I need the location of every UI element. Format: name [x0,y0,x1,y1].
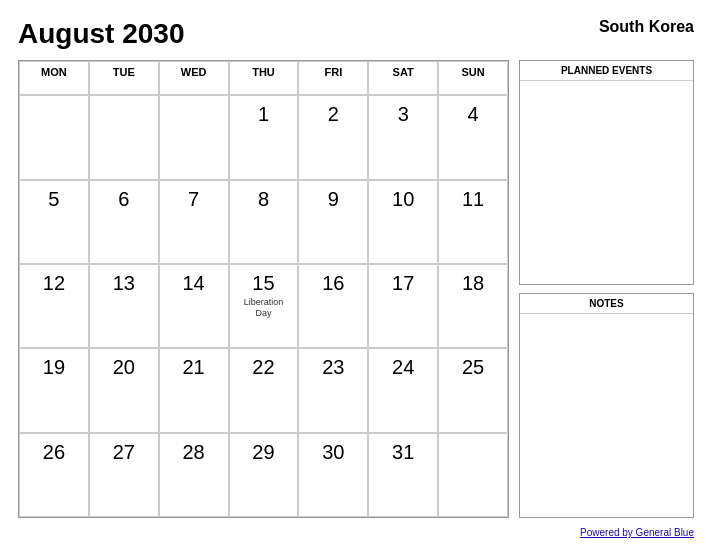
notes-box: NOTES [519,293,694,518]
day-cell: 30 [298,433,368,517]
day-number: 18 [462,271,484,295]
day-cell: 28 [159,433,229,517]
day-cell: 15Liberation Day [229,264,299,348]
day-number: 21 [183,355,205,379]
day-cell: 20 [89,348,159,432]
footer: Powered by General Blue [18,522,694,540]
day-number: 6 [118,187,129,211]
day-number: 31 [392,440,414,464]
day-cell: 26 [19,433,89,517]
day-number: 22 [252,355,274,379]
day-header: FRI [298,61,368,95]
notes-title: NOTES [520,294,693,314]
day-number: 13 [113,271,135,295]
day-cell: 6 [89,180,159,264]
day-cell [19,95,89,179]
day-number: 4 [468,102,479,126]
day-cell [159,95,229,179]
day-number: 20 [113,355,135,379]
day-cell: 9 [298,180,368,264]
day-header: WED [159,61,229,95]
day-cell: 7 [159,180,229,264]
day-cell: 8 [229,180,299,264]
day-cell: 29 [229,433,299,517]
day-number: 15 [252,271,274,295]
day-cell: 24 [368,348,438,432]
day-number: 27 [113,440,135,464]
day-number: 5 [48,187,59,211]
day-cell: 14 [159,264,229,348]
day-number: 30 [322,440,344,464]
day-cell: 22 [229,348,299,432]
notes-content [520,314,693,517]
day-number: 3 [398,102,409,126]
planned-events-box: PLANNED EVENTS [519,60,694,285]
day-cell: 4 [438,95,508,179]
day-number: 28 [183,440,205,464]
day-header: TUE [89,61,159,95]
side-section: PLANNED EVENTS NOTES [519,60,694,518]
day-number: 29 [252,440,274,464]
day-number: 1 [258,102,269,126]
day-cell: 19 [19,348,89,432]
day-cell: 27 [89,433,159,517]
day-number: 19 [43,355,65,379]
day-cell [89,95,159,179]
day-number: 17 [392,271,414,295]
day-cell [438,433,508,517]
day-number: 25 [462,355,484,379]
day-number: 10 [392,187,414,211]
day-cell: 18 [438,264,508,348]
day-event: Liberation Day [238,297,290,319]
day-cell: 10 [368,180,438,264]
day-number: 16 [322,271,344,295]
day-cell: 3 [368,95,438,179]
day-cell: 31 [368,433,438,517]
page-header: August 2030 South Korea [18,18,694,50]
day-cell: 12 [19,264,89,348]
day-header: THU [229,61,299,95]
day-cell: 13 [89,264,159,348]
day-number: 14 [183,271,205,295]
day-number: 24 [392,355,414,379]
planned-events-title: PLANNED EVENTS [520,61,693,81]
day-number: 11 [462,187,484,211]
country-title: South Korea [599,18,694,36]
day-header: MON [19,61,89,95]
planned-events-content [520,81,693,284]
calendar-section: MONTUEWEDTHUFRISATSUN1234567891011121314… [18,60,509,518]
day-number: 2 [328,102,339,126]
day-number: 9 [328,187,339,211]
day-number: 12 [43,271,65,295]
day-cell: 17 [368,264,438,348]
powered-by-link[interactable]: Powered by General Blue [580,527,694,538]
day-number: 7 [188,187,199,211]
day-header: SUN [438,61,508,95]
calendar-grid: MONTUEWEDTHUFRISATSUN1234567891011121314… [19,61,508,517]
day-cell: 2 [298,95,368,179]
day-number: 23 [322,355,344,379]
day-number: 26 [43,440,65,464]
day-cell: 23 [298,348,368,432]
day-cell: 21 [159,348,229,432]
month-year-title: August 2030 [18,18,185,50]
day-header: SAT [368,61,438,95]
day-cell: 5 [19,180,89,264]
day-cell: 11 [438,180,508,264]
day-number: 8 [258,187,269,211]
day-cell: 1 [229,95,299,179]
day-cell: 25 [438,348,508,432]
main-content: MONTUEWEDTHUFRISATSUN1234567891011121314… [18,60,694,518]
day-cell: 16 [298,264,368,348]
